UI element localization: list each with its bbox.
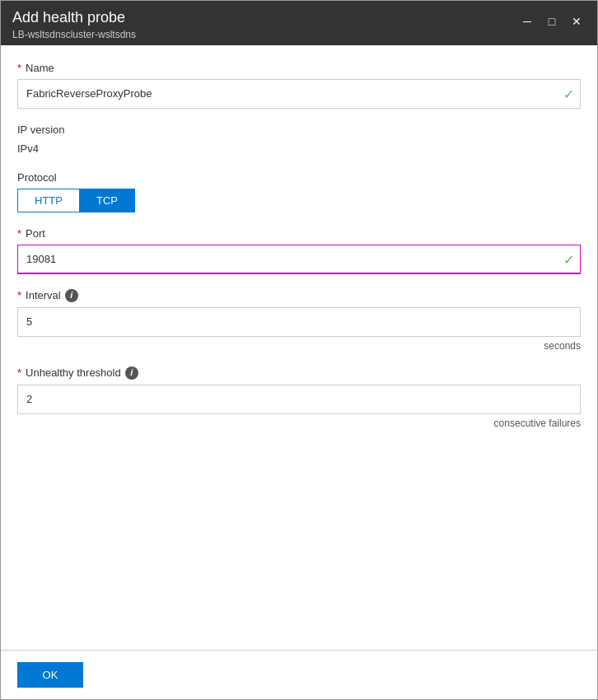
- unhealthy-threshold-hint: consecutive failures: [17, 418, 581, 429]
- dialog-footer: OK: [1, 650, 597, 699]
- port-check-icon: ✓: [563, 251, 574, 267]
- name-input[interactable]: [17, 79, 581, 109]
- interval-hint: seconds: [17, 340, 581, 352]
- interval-input-wrapper: [17, 307, 581, 337]
- unhealthy-threshold-field-group: * Unhealthy threshold i consecutive fail…: [17, 366, 581, 429]
- protocol-label: Protocol: [17, 171, 581, 184]
- protocol-toggle-group: HTTP TCP: [17, 189, 135, 212]
- dialog-title: Add health probe: [12, 9, 136, 27]
- unhealthy-required-star: *: [17, 366, 21, 379]
- name-label: * Name: [17, 62, 581, 74]
- unhealthy-threshold-input-wrapper: [17, 385, 581, 414]
- form-content: * Name ✓ IP version IPv4 Protocol HTTP T…: [1, 45, 597, 650]
- unhealthy-threshold-info-icon[interactable]: i: [125, 366, 138, 380]
- name-check-icon: ✓: [563, 86, 574, 101]
- maximize-button[interactable]: □: [543, 12, 561, 30]
- protocol-tcp-button[interactable]: TCP: [80, 189, 134, 212]
- name-input-wrapper: ✓: [17, 79, 581, 109]
- port-required-star: *: [17, 227, 21, 240]
- port-input-wrapper: ✓: [17, 245, 581, 274]
- interval-field-group: * Interval i seconds: [17, 289, 581, 352]
- title-bar-controls: ─ □ ✕: [518, 12, 586, 30]
- name-required-star: *: [17, 62, 21, 74]
- minimize-button[interactable]: ─: [518, 12, 536, 30]
- unhealthy-threshold-input[interactable]: [17, 385, 581, 414]
- ok-button[interactable]: OK: [17, 662, 83, 688]
- unhealthy-threshold-label: * Unhealthy threshold i: [17, 366, 581, 380]
- protocol-http-button[interactable]: HTTP: [18, 189, 80, 212]
- ip-version-field-group: IP version IPv4: [17, 124, 581, 156]
- port-input[interactable]: [17, 245, 581, 274]
- ip-version-label: IP version: [17, 124, 581, 136]
- close-button[interactable]: ✕: [568, 12, 586, 30]
- title-bar-left: Add health probe LB-wsltsdnscluster-wslt…: [12, 9, 136, 40]
- interval-input[interactable]: [17, 307, 581, 337]
- name-field-group: * Name ✓: [17, 62, 581, 109]
- protocol-field-group: Protocol HTTP TCP: [17, 171, 581, 212]
- title-bar: Add health probe LB-wsltsdnscluster-wslt…: [1, 1, 597, 45]
- ip-version-value: IPv4: [17, 141, 581, 156]
- interval-info-icon[interactable]: i: [65, 289, 78, 302]
- port-field-group: * Port ✓: [17, 227, 581, 274]
- dialog-subtitle: LB-wsltsdnscluster-wsltsdns: [12, 29, 136, 40]
- add-health-probe-dialog: Add health probe LB-wsltsdnscluster-wslt…: [0, 0, 598, 700]
- port-label: * Port: [17, 227, 581, 240]
- interval-label: * Interval i: [17, 289, 581, 302]
- interval-required-star: *: [17, 289, 21, 301]
